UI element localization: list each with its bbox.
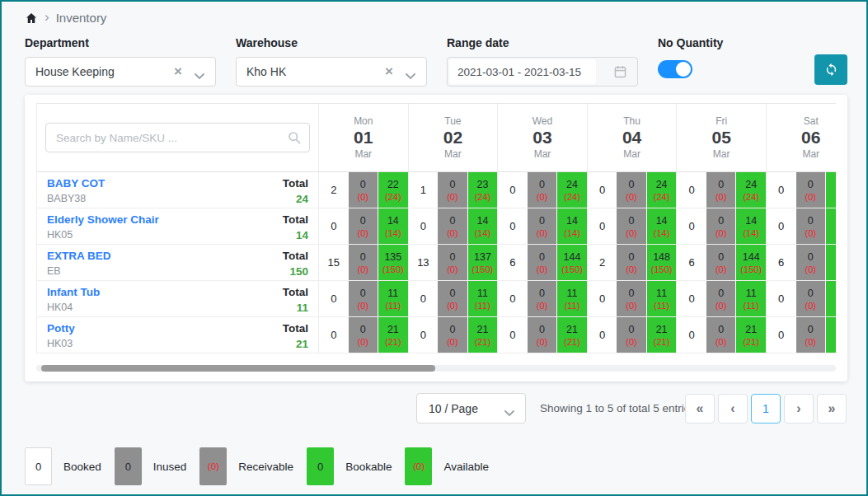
inused-receivable-cell: 0 (0) — [617, 281, 647, 316]
horizontal-scrollbar-thumb[interactable] — [41, 365, 435, 372]
inused-receivable-cell: 0 (0) — [528, 172, 558, 208]
day-header-mon: Mon 01 Mar — [318, 104, 408, 171]
bookable-available-cell: 21 (21) — [736, 317, 766, 353]
receivable-value: (0) — [447, 337, 457, 347]
inventory-day-cell: 0 0 (0) — [766, 317, 836, 353]
booked-value: 2 — [319, 172, 349, 208]
receivable-value: (0) — [716, 301, 726, 311]
day-cell-content: 2 0 (0) 22 (24) — [319, 172, 408, 208]
booked-value: 0 — [588, 281, 617, 316]
inused-value: 0 — [360, 324, 366, 335]
date-range-value[interactable]: 2021-03-01 - 2021-03-15 — [449, 59, 596, 84]
last-page-button[interactable]: » — [817, 394, 847, 423]
legend-item-inused: 0 Inused — [115, 447, 187, 485]
product-sku: HK04 — [47, 302, 100, 313]
bookable-available-cell: 22 (24) — [378, 172, 408, 208]
inventory-day-cell: 1 0 (0) 23 (24) — [408, 172, 498, 208]
day-cell-content: 2 0 (0) 148 (150) — [588, 245, 677, 280]
day-cell-content: 0 0 (0) 24 (24) — [588, 172, 677, 208]
day-number: 06 — [801, 128, 820, 147]
home-icon[interactable] — [25, 12, 38, 25]
bookable-available-cell: 144 (150) — [736, 245, 766, 280]
clear-icon[interactable]: × — [174, 63, 182, 81]
inused-receivable-cell: 0 (0) — [796, 208, 827, 244]
booked-value: 1 — [409, 172, 439, 208]
available-value: (24) — [564, 192, 580, 202]
no-quantity-toggle[interactable] — [658, 60, 692, 78]
available-value: (24) — [743, 192, 759, 202]
inventory-day-cell: 0 0 (0) 14 (14) — [497, 208, 587, 244]
day-cell-content: 0 0 (0) 21 (21) — [409, 317, 498, 353]
inused-value: 0 — [539, 288, 545, 299]
product-name-link[interactable]: Elderly Shower Chair — [47, 213, 159, 226]
chevron-down-icon[interactable] — [406, 69, 415, 82]
search-input[interactable] — [45, 123, 310, 152]
chevron-down-icon[interactable] — [195, 69, 204, 82]
booked-value: 6 — [677, 245, 706, 280]
calendar-icon[interactable] — [614, 65, 626, 82]
table-row: EXTRA BED EB Total 150 15 0 (0) 135 (1 — [37, 245, 836, 281]
bookable-available-cell: 11 (11) — [468, 281, 498, 316]
horizontal-scrollbar[interactable] — [36, 365, 836, 372]
product-name-link[interactable]: BABY COT — [47, 177, 105, 190]
product-name-link[interactable]: EXTRA BED — [47, 250, 111, 262]
product-name-link[interactable]: Potty — [47, 322, 75, 335]
inventory-day-cell: 2 0 (0) 22 (24) — [318, 172, 408, 208]
product-total: Total 150 — [283, 250, 308, 275]
filter-department: Department House Keeping × — [25, 36, 216, 87]
inventory-page: › Inventory Department House Keeping × W… — [0, 0, 868, 496]
date-range-picker[interactable]: 2021-03-01 - 2021-03-15 — [447, 57, 638, 87]
legend-item-booked: 0 Booked — [25, 447, 101, 485]
total-label: Total — [283, 213, 308, 226]
search-icon — [288, 131, 301, 147]
bookable-available-cell — [826, 281, 836, 316]
receivable-value: (0) — [716, 337, 726, 347]
bookable-available-cell: 135 (150) — [378, 245, 408, 280]
available-value: (150) — [382, 264, 404, 274]
product-name-link[interactable]: Infant Tub — [47, 286, 100, 298]
inused-value: 0 — [629, 324, 635, 335]
filter-range-date: Range date 2021-03-01 - 2021-03-15 — [447, 36, 638, 87]
inused-value: 0 — [718, 288, 724, 299]
inventory-day-cell: 6 0 (0) 144 (150) — [497, 245, 587, 280]
bookable-value: 14 — [476, 215, 488, 227]
product-cell: EXTRA BED EB Total 150 — [37, 245, 318, 280]
day-cell-content: 0 0 (0) — [767, 281, 836, 316]
prev-page-button[interactable]: ‹ — [718, 394, 748, 423]
bookable-available-cell — [826, 208, 836, 244]
legend-label: Receivable — [238, 461, 293, 473]
booked-value: 0 — [409, 317, 439, 353]
inused-value: 0 — [449, 251, 455, 263]
inused-value: 0 — [360, 288, 366, 299]
inused-receivable-cell: 0 (0) — [706, 245, 737, 280]
day-header-content: Fri 05 Mar — [677, 104, 766, 171]
bookable-available-cell: 14 (14) — [468, 208, 498, 244]
receivable-value: (0) — [358, 337, 368, 347]
day-number: 02 — [443, 128, 462, 147]
page-1-button[interactable]: 1 — [751, 394, 781, 423]
bookable-value: 21 — [566, 324, 578, 335]
page-size-value: 10 / Page — [429, 402, 478, 415]
refresh-button[interactable] — [814, 54, 847, 85]
inused-value: 0 — [449, 215, 455, 227]
receivable-value: (0) — [358, 228, 368, 238]
receivable-value: (0) — [447, 192, 457, 202]
clear-icon[interactable]: × — [385, 63, 393, 81]
bookable-value: 21 — [476, 324, 488, 335]
inused-value: 0 — [539, 251, 545, 263]
inused-receivable-cell: 0 (0) — [528, 281, 558, 316]
warehouse-select[interactable]: Kho HK × — [236, 57, 427, 87]
available-value: (14) — [475, 228, 491, 238]
day-number: 04 — [622, 128, 641, 147]
inused-value: 0 — [808, 251, 814, 263]
page-size-select[interactable]: 10 / Page — [416, 393, 526, 423]
product-total: Total 14 — [283, 213, 308, 239]
next-page-button[interactable]: › — [784, 394, 814, 423]
day-cell-content: 0 0 (0) 14 (14) — [498, 208, 587, 244]
inventory-day-cell: 0 0 (0) 14 (14) — [676, 208, 766, 244]
first-page-button[interactable]: « — [685, 394, 715, 423]
product-cell: Infant Tub HK04 Total 11 — [37, 281, 318, 316]
inused-receivable-cell: 0 (0) — [438, 172, 468, 208]
inused-value: 0 — [629, 288, 635, 299]
department-select[interactable]: House Keeping × — [25, 57, 216, 87]
